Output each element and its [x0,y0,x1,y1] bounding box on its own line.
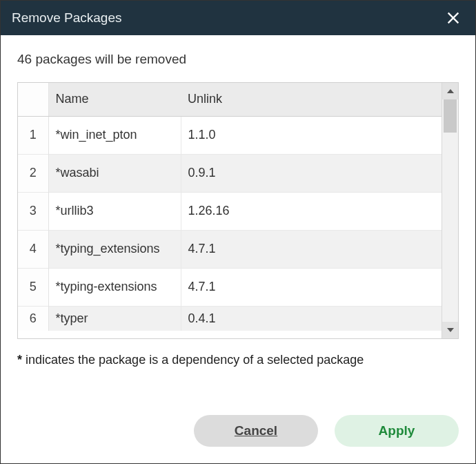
header-unlink[interactable]: Unlink [181,83,442,116]
scroll-up-button[interactable] [442,83,458,99]
packages-table-area: Name Unlink 1 *win_inet_pton 1.1.0 2 *wa… [18,83,442,338]
row-name: *typing-extensions [48,268,181,306]
footnote: * indicates the package is a dependency … [17,353,459,367]
packages-table: Name Unlink 1 *win_inet_pton 1.1.0 2 *wa… [18,83,442,331]
row-unlink: 4.7.1 [181,268,442,306]
row-unlink: 4.7.1 [181,230,442,268]
header-name[interactable]: Name [48,83,181,116]
row-unlink: 1.26.16 [181,192,442,230]
dialog-buttons: Cancel Apply [1,398,475,463]
row-name: *win_inet_pton [48,116,181,154]
table-row[interactable]: 1 *win_inet_pton 1.1.0 [18,116,442,154]
chevron-down-icon [447,328,454,332]
packages-table-container: Name Unlink 1 *win_inet_pton 1.1.0 2 *wa… [17,82,459,339]
table-row[interactable]: 5 *typing-extensions 4.7.1 [18,268,442,306]
titlebar: Remove Packages [1,1,475,35]
cancel-button[interactable]: Cancel [194,415,318,447]
close-button[interactable] [442,7,464,29]
row-index: 4 [18,230,48,268]
apply-button[interactable]: Apply [335,415,459,447]
close-icon [446,10,461,26]
table-row[interactable]: 4 *typing_extensions 4.7.1 [18,230,442,268]
scrollbar-thumb[interactable] [444,99,457,133]
table-row[interactable]: 2 *wasabi 0.9.1 [18,154,442,192]
footnote-marker: * [17,353,22,367]
dialog-title: Remove Packages [12,10,121,26]
footnote-text: indicates the package is a dependency of… [22,353,364,367]
row-name: *typer [48,306,181,331]
row-index: 1 [18,116,48,154]
scrollbar-track[interactable] [442,99,458,322]
row-index: 5 [18,268,48,306]
row-index: 3 [18,192,48,230]
scroll-down-button[interactable] [442,322,458,338]
row-name: *typing_extensions [48,230,181,268]
row-index: 6 [18,306,48,331]
row-name: *wasabi [48,154,181,192]
row-name: *urllib3 [48,192,181,230]
table-row[interactable]: 3 *urllib3 1.26.16 [18,192,442,230]
table-header-row: Name Unlink [18,83,442,116]
row-unlink: 0.4.1 [181,306,442,331]
row-index: 2 [18,154,48,192]
table-row[interactable]: 6 *typer 0.4.1 [18,306,442,331]
chevron-up-icon [447,89,454,93]
dialog-content: 46 packages will be removed Name Unlink … [1,35,475,398]
summary-text: 46 packages will be removed [17,52,459,67]
row-unlink: 1.1.0 [181,116,442,154]
header-index [18,83,48,116]
vertical-scrollbar[interactable] [442,83,458,338]
row-unlink: 0.9.1 [181,154,442,192]
